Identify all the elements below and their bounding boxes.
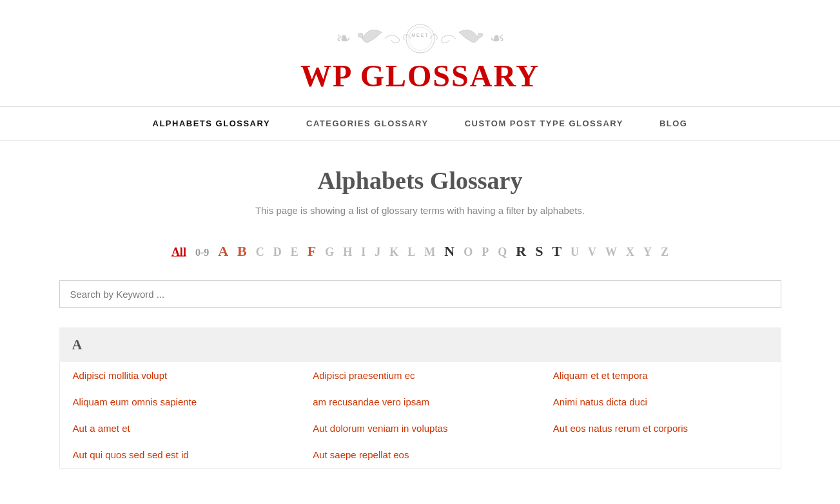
svg-point-1 [409, 27, 432, 50]
site-header: ❧ MEET ❧ WP GLOSSAR [0, 0, 840, 106]
alpha-X[interactable]: X [623, 244, 638, 260]
alpha-09[interactable]: 0-9 [192, 246, 212, 260]
alpha-T[interactable]: T [549, 242, 565, 261]
page-subtitle: This page is showing a list of glossary … [59, 205, 781, 216]
alpha-P[interactable]: P [478, 244, 492, 260]
glossary-item[interactable]: Aut dolorum veniam in voluptas [300, 415, 540, 441]
alpha-I[interactable]: I [358, 244, 369, 260]
alpha-V[interactable]: V [585, 244, 600, 260]
alpha-D[interactable]: D [270, 244, 285, 260]
glossary-item[interactable]: Aut qui quos sed sed est id [60, 441, 300, 468]
logo-ornament: ❧ MEET ❧ [13, 19, 827, 58]
alpha-Z[interactable]: Z [658, 244, 672, 260]
alpha-A[interactable]: A [215, 242, 231, 261]
page-title: Alphabets Glossary [59, 166, 781, 195]
alpha-F[interactable]: F [304, 242, 319, 261]
alpha-B[interactable]: B [234, 242, 250, 261]
glossary-item[interactable]: Aliquam eum omnis sapiente [60, 389, 300, 415]
alpha-N[interactable]: N [441, 242, 458, 261]
nav-custom-post-type-glossary[interactable]: CUSTOM POST TYPE GLOSSARY [447, 107, 641, 140]
glossary-item[interactable]: Aut saepe repellat eos [300, 441, 540, 468]
alpha-U[interactable]: U [567, 244, 582, 260]
site-logo-title[interactable]: WP GLOSSARY [13, 59, 827, 93]
alpha-W[interactable]: W [602, 244, 620, 260]
alpha-O[interactable]: O [460, 244, 476, 260]
search-input[interactable] [59, 280, 781, 308]
ornament-right: ❧ [490, 30, 505, 48]
nav-blog[interactable]: BLOG [641, 107, 706, 140]
section-letter: A [72, 336, 83, 353]
svg-text:MEET: MEET [411, 33, 429, 37]
nav-categories-glossary[interactable]: CATEGORIES GLOSSARY [288, 107, 447, 140]
section-header-A: A [59, 327, 781, 362]
main-content: Alphabets Glossary This page is showing … [40, 141, 801, 494]
logo-ornament-svg: MEET [356, 19, 485, 58]
glossary-item[interactable]: Adipisci mollitia volupt [60, 362, 300, 389]
ornament-left: ❧ [336, 30, 351, 48]
alpha-Q[interactable]: Q [494, 244, 510, 260]
alpha-Y[interactable]: Y [640, 244, 655, 260]
main-nav: ALPHABETS GLOSSARY CATEGORIES GLOSSARY C… [0, 106, 840, 141]
glossary-item[interactable]: Adipisci praesentium ec [300, 362, 540, 389]
alpha-S[interactable]: S [532, 242, 546, 261]
alpha-E[interactable]: E [288, 244, 302, 260]
alpha-M[interactable]: M [421, 244, 438, 260]
glossary-item [540, 441, 781, 468]
glossary-item[interactable]: Aliquam et et tempora [540, 362, 781, 389]
nav-alphabets-glossary[interactable]: ALPHABETS GLOSSARY [135, 107, 289, 140]
glossary-item[interactable]: Aut a amet et [60, 415, 300, 441]
alpha-L[interactable]: L [404, 244, 418, 260]
alphabet-filter: All 0-9 A B C D E F G H I J K L M N O P … [59, 242, 781, 261]
alpha-H[interactable]: H [340, 244, 355, 260]
glossary-grid: Adipisci mollitia volupt Adipisci praese… [59, 362, 781, 469]
alpha-J[interactable]: J [371, 244, 384, 260]
alpha-G[interactable]: G [322, 244, 337, 260]
alpha-K[interactable]: K [386, 244, 402, 260]
glossary-item[interactable]: am recusandae vero ipsam [300, 389, 540, 415]
alpha-R[interactable]: R [513, 242, 529, 261]
glossary-item[interactable]: Aut eos natus rerum et corporis [540, 415, 781, 441]
glossary-item[interactable]: Animi natus dicta duci [540, 389, 781, 415]
alpha-all[interactable]: All [168, 244, 190, 260]
alpha-C[interactable]: C [253, 244, 268, 260]
